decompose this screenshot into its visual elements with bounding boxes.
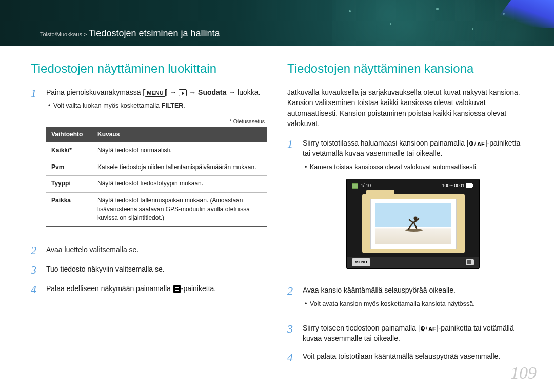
page-content: Tiedostojen näyttäminen luokittain 1 Pai… [0,46,554,370]
step-number: 4 [287,351,296,363]
left-column: Tiedostojen näyttäminen luokittain 1 Pai… [31,61,267,370]
right-step-2: 2 Avaa kansio kääntämällä selauspyörää o… [287,285,523,316]
left-step-4: 4 Palaa edelliseen näkymään painamalla -… [31,283,267,296]
snowboarder-icon [404,215,424,232]
th-option: Vaihtoehto [46,127,92,142]
table-row: Kaikki*Näytä tiedostot normaalisti. [46,142,267,159]
left-step-3: 3 Tuo tiedosto näkyviin valitsemalla se. [31,264,267,276]
folder-graphic [362,194,465,255]
right-step-3: 3 Siirry toiseen tiedostoon painamalla [… [287,323,523,344]
bullet: Voit avata kansion myös koskettamalla ka… [303,300,523,309]
focus-af-icon: /AF [469,139,485,147]
step-number: 3 [287,323,296,344]
options-table: Vaihtoehto Kuvaus Kaikki*Näytä tiedostot… [46,127,267,227]
bullet: Voit valita luokan myös koskettamalla FI… [46,101,267,111]
menu-icon: MENU [145,89,165,97]
breadcrumb-title: Tiedostojen etsiminen ja hallinta [89,28,220,38]
left-step-2: 2 Avaa luettelo valitsemalla se. [31,244,267,257]
preview-grid-button[interactable] [466,259,474,265]
svg-text:AF: AF [428,326,436,332]
footnote: * Oletusasetus [46,118,265,126]
step-number: 1 [287,138,296,278]
step-number: 3 [31,264,40,276]
step-body: Palaa edelliseen näkymään painamalla -pa… [46,283,267,296]
back-icon [173,285,181,293]
step-body: Avaa luettelo valitsemalla se. [46,244,267,257]
preview-statusbar: 1/ 10 100－0001 [352,182,474,189]
table-row: PaikkaNäytä tiedostot tallennuspaikan mu… [46,192,267,226]
step-number: 4 [31,283,40,296]
svg-rect-5 [352,184,358,188]
svg-point-1 [471,141,472,142]
preview-right: 100－0001 [442,182,474,189]
step-body: Tuo tiedosto näkyviin valitsemalla se. [46,264,267,276]
left-step-1: 1 Paina pienoiskuvanäkymässä [MENU] → → … [31,87,267,237]
play-icon [179,89,187,96]
right-heading: Tiedostojen näyttäminen kansiona [287,61,523,76]
header-band: Toisto/Muokkaus > Tiedostojen etsiminen … [0,0,554,46]
bullet: Kamera toistaa kansiossa olevat valokuva… [303,163,523,172]
right-column: Tiedostojen näyttäminen kansiona Jatkuva… [287,61,523,370]
intro-paragraph: Jatkuvalla kuvauksella ja sarjakuvauksel… [287,87,523,129]
camera-preview: 1/ 10 100－0001 [346,179,480,269]
page-number: 109 [510,363,537,383]
right-step-4: 4 Voit palata toistotilaan kääntämällä s… [287,351,523,363]
svg-text:/: / [474,141,476,147]
table-row: PvmKatsele tiedostoja niiden tallentamis… [46,159,267,175]
svg-rect-7 [472,184,473,187]
corner-accent [492,0,554,28]
breadcrumb-section: Toisto/Muokkaus > [40,31,87,37]
th-desc: Kuvaus [92,127,267,142]
step-number: 2 [31,244,40,257]
step-body: Avaa kansio kääntämällä selauspyörää oik… [303,285,523,316]
step-number: 2 [287,285,296,316]
preview-bottombar: MENU [347,257,479,268]
left-heading: Tiedostojen näyttäminen luokittain [31,61,267,76]
preview-left: 1/ 10 [352,182,371,189]
step-body: Siirry toiseen tiedostoon painamalla [/A… [303,323,523,344]
preview-menu-button[interactable]: MENU [352,258,370,266]
right-step-1: 1 Siirry toistotilassa haluamaasi kansio… [287,138,523,278]
svg-text:/: / [426,326,427,332]
breadcrumb: Toisto/Muokkaus > Tiedostojen etsiminen … [40,28,220,39]
battery-icon [466,183,474,188]
svg-point-11 [422,326,423,327]
svg-text:AF: AF [477,141,485,147]
focus-af-icon: /AF [420,324,437,332]
table-row: TyyppiNäytä tiedostot tiedostotyypin muk… [46,176,267,192]
image-icon [352,183,358,189]
svg-rect-6 [466,183,472,188]
step-body: Paina pienoiskuvanäkymässä [MENU] → → Su… [46,87,267,237]
step-body: Siirry toistotilassa haluamaasi kansioon… [303,138,523,278]
step-number: 1 [31,87,40,237]
step-body: Voit palata toistotilaan kääntämällä sel… [303,351,523,363]
